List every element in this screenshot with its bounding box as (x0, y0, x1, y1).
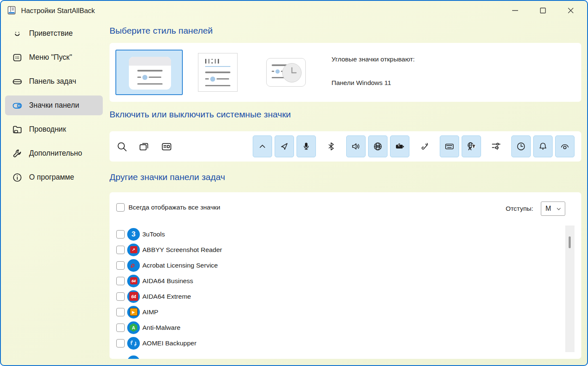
network-globe-icon (373, 141, 383, 151)
sidebar-item-explorer[interactable]: Проводник (5, 119, 103, 139)
chevron-up-icon (257, 141, 267, 151)
pen-icon (420, 141, 430, 151)
app-icon-antimalware: A (127, 321, 140, 334)
scrollbar-thumb[interactable] (569, 236, 571, 248)
mixer-toggle[interactable] (486, 135, 506, 157)
app-checkbox[interactable] (116, 339, 125, 347)
bell-toggle[interactable] (533, 135, 553, 157)
app-checkbox[interactable] (116, 230, 125, 239)
style-card-windows10[interactable] (198, 53, 238, 92)
tray-icons-icon (12, 100, 23, 111)
volume-icon (351, 141, 361, 151)
app-icon-aida64-extreme: 64 (127, 290, 140, 303)
shield-icon: A (129, 324, 138, 332)
bell-icon (538, 141, 548, 151)
volume-mixer-icon (491, 141, 502, 152)
acrobat-loop-icon (129, 261, 138, 270)
minimize-button[interactable] (501, 1, 529, 20)
clock-toggle[interactable] (511, 135, 531, 157)
app-logo-icon (7, 5, 17, 16)
list-item[interactable]: 64 AIDA64 Business (116, 273, 563, 289)
sidebar-item-taskbar[interactable]: Панель задач (5, 72, 103, 91)
language-toggle[interactable] (462, 135, 481, 157)
bluetooth-toggle[interactable] (321, 135, 341, 157)
scrollbar-track[interactable] (565, 225, 575, 352)
app-icon-aomei (127, 337, 140, 350)
location-toggle[interactable] (275, 135, 294, 157)
sidebar-item-label: Приветствие (29, 29, 73, 38)
app-checkbox[interactable] (116, 261, 125, 270)
microphone-icon (301, 141, 311, 151)
smiley-icon (12, 28, 23, 39)
app-checkbox[interactable] (116, 246, 125, 254)
network-toggle[interactable] (368, 135, 388, 157)
clock-icon (516, 141, 526, 151)
app-checkbox[interactable] (116, 292, 125, 301)
location-arrow-icon (279, 141, 289, 151)
other-icons-panel: Всегда отображать все значки Отступы: M … (110, 192, 581, 359)
corner-icons-value: Панели Windows 11 (331, 79, 415, 87)
info-icon (12, 172, 23, 183)
system-icons-panel (110, 131, 581, 162)
pen-toggle[interactable] (415, 135, 434, 157)
battery-toggle[interactable] (390, 135, 409, 157)
microphone-toggle[interactable] (297, 135, 316, 157)
section-heading-style: Выберите стиль панелей (110, 26, 213, 36)
sidebar-item-label: Панель задач (29, 77, 76, 86)
sidebar-item-label: Значки панели (29, 101, 79, 110)
volume-toggle[interactable] (346, 135, 366, 157)
app-icon-aida64-business: 64 (127, 275, 140, 287)
maximize-button[interactable] (529, 1, 557, 20)
language-icon (466, 141, 476, 151)
list-item[interactable]: A Anti-Malware (116, 320, 563, 335)
sidebar-item-tray-icons[interactable]: Значки панели (5, 95, 103, 115)
abbyy-arrow-icon: ↗ (132, 247, 135, 252)
app-checkbox[interactable] (116, 308, 125, 316)
style-card-windows11[interactable] (115, 50, 183, 95)
list-item[interactable]: Acrobat Licensing Service (116, 257, 563, 273)
battery-charging-icon (395, 141, 405, 151)
app-icon-aimp: ▶ (127, 306, 140, 318)
style-panel: Угловые значки открывают: Панели Windows… (110, 43, 581, 102)
chevron-down-icon (556, 206, 561, 212)
style-card-preview (129, 57, 171, 90)
keyboard-toggle[interactable] (440, 135, 459, 157)
always-show-label: Всегда отображать все значки (128, 204, 220, 211)
task-view-icon[interactable] (139, 141, 150, 152)
taskbar-icon (12, 76, 23, 87)
sidebar-item-label: Меню "Пуск" (29, 53, 72, 62)
style-card-clock[interactable] (266, 58, 306, 87)
close-button[interactable] (557, 1, 585, 20)
spacing-label: Отступы: (505, 205, 533, 212)
app-icon-acrobat (127, 259, 140, 272)
app-checkbox[interactable] (116, 324, 125, 332)
sidebar-item-welcome[interactable]: Приветствие (5, 24, 103, 43)
list-item[interactable]: 3 3uTools (116, 226, 563, 242)
sidebar-item-about[interactable]: О программе (5, 167, 103, 187)
sidebar-item-advanced[interactable]: Дополнительно (5, 143, 103, 163)
sync-arrows-icon (129, 339, 138, 347)
explorer-folder-icon (12, 124, 23, 135)
start-menu-icon (12, 52, 23, 63)
play-icon: ▶ (130, 308, 138, 316)
eye-icon (560, 141, 570, 151)
spacing-select[interactable]: M (541, 202, 565, 216)
search-icon[interactable] (116, 141, 128, 152)
always-show-checkbox[interactable] (116, 203, 125, 212)
eye-toggle[interactable] (555, 135, 575, 157)
app-icon-partial (127, 355, 140, 359)
clock-preview-icon (282, 63, 302, 82)
sidebar-item-start-menu[interactable]: Меню "Пуск" (5, 48, 103, 67)
list-item[interactable]: AOMEI Backupper (116, 335, 563, 351)
app-icon-abbyy: ↗ (127, 244, 140, 256)
list-item[interactable]: ▶ AIMP (116, 304, 563, 320)
app-checkbox[interactable] (116, 277, 125, 285)
list-item[interactable]: ↗ ABBYY Screenshot Reader (116, 242, 563, 257)
chevron-up-toggle[interactable] (253, 135, 272, 157)
bluetooth-icon (326, 141, 336, 151)
list-item[interactable]: 64 AIDA64 Extreme (116, 289, 563, 304)
widgets-icon[interactable] (161, 141, 172, 152)
sidebar: Приветствие Меню "Пуск" Панель зад (5, 24, 103, 187)
window-title: Настройки StartAllBack (21, 7, 95, 15)
sidebar-item-label: О программе (29, 173, 74, 182)
